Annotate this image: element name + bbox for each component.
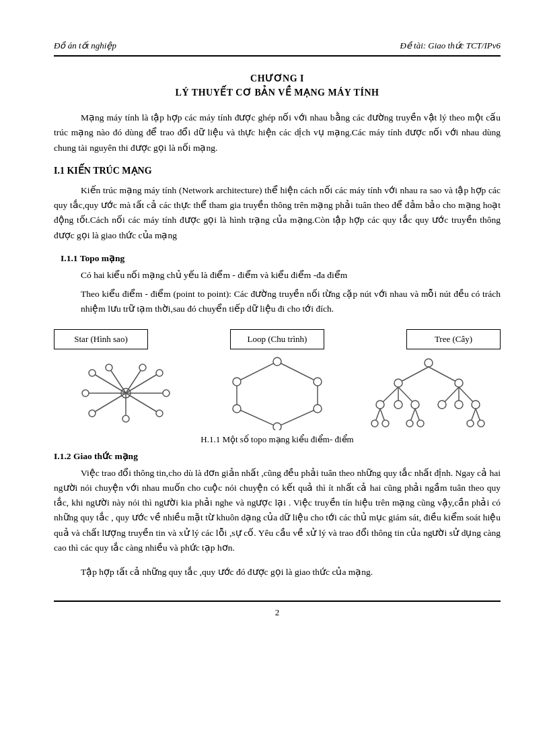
subsection1-title: I.1.1 Topo mạng <box>54 252 501 264</box>
svg-point-24 <box>233 405 241 413</box>
diagrams-caption: H.1.1 Một số topo mạng kiểu điểm- điểm <box>54 434 501 445</box>
svg-point-2 <box>89 370 96 376</box>
chapter-title-line1: CHƯƠNG I <box>54 73 501 84</box>
svg-line-1 <box>92 373 126 393</box>
diagrams-labels-row: Star (Hình sao) Loop (Chu trình) Tree (C… <box>54 329 501 349</box>
svg-point-30 <box>455 379 463 387</box>
svg-point-26 <box>425 359 433 367</box>
svg-point-16 <box>106 364 112 371</box>
diagram-label-loop: Loop (Chu trình) <box>230 329 324 349</box>
svg-point-32 <box>376 401 384 409</box>
svg-point-42 <box>472 401 480 409</box>
svg-point-48 <box>406 420 413 427</box>
svg-point-38 <box>438 401 446 409</box>
svg-point-34 <box>394 401 402 409</box>
svg-point-6 <box>82 390 89 397</box>
svg-line-17 <box>126 368 143 393</box>
diagram-label-tree: Tree (Cây) <box>406 329 501 349</box>
svg-point-10 <box>89 410 96 417</box>
header-left: Đồ án tốt nghiệp <box>54 40 116 51</box>
section1-title: I.1 KIẾN TRÚC MẠNG <box>54 165 501 176</box>
svg-point-21 <box>314 378 322 386</box>
subsection2-title: I.1.2 Giao thức mạng <box>54 450 501 462</box>
diagrams-images-row <box>54 356 501 430</box>
svg-point-40 <box>455 401 463 409</box>
svg-line-15 <box>109 368 126 393</box>
svg-point-52 <box>467 420 474 427</box>
svg-point-23 <box>273 423 281 430</box>
svg-line-27 <box>398 367 429 383</box>
tree-diagram <box>356 356 501 430</box>
diagram-label-star: Star (Hình sao) <box>54 329 148 349</box>
svg-line-3 <box>126 373 159 393</box>
svg-point-22 <box>314 405 322 413</box>
svg-point-4 <box>156 370 163 376</box>
header-right: Đề tài: Giao thức TCT/IPv6 <box>400 40 501 51</box>
page-footer: 2 <box>54 600 501 618</box>
star-diagram <box>54 359 198 427</box>
svg-line-11 <box>126 393 159 413</box>
section1-paragraph: Kiến trúc mạng máy tính (Network archite… <box>54 183 501 243</box>
svg-marker-19 <box>237 362 318 427</box>
svg-point-25 <box>233 378 241 386</box>
svg-point-28 <box>394 379 402 387</box>
loop-diagram <box>205 356 350 430</box>
svg-point-20 <box>273 357 281 366</box>
chapter-title-line2: LÝ THUYẾT CƠ BẢN VỀ MẠNG MÁY TÍNH <box>54 87 501 98</box>
subsection2-paragraph2: Tập hợp tất cả những quy tắc ,quy ước đó… <box>54 565 501 580</box>
subsection2-paragraph1: Việc trao đổi thông tin,cho dù là đơn gi… <box>54 466 501 556</box>
svg-line-9 <box>92 393 126 413</box>
page: Đồ án tốt nghiệp Đề tài: Giao thức TCT/I… <box>0 0 549 756</box>
subsection1-line2: Theo kiểu điểm - điểm (point to point): … <box>54 287 501 317</box>
svg-point-14 <box>122 415 129 422</box>
svg-line-29 <box>429 367 459 383</box>
svg-point-36 <box>411 401 419 409</box>
svg-point-18 <box>139 364 146 371</box>
svg-point-44 <box>371 420 378 427</box>
svg-point-50 <box>417 420 424 427</box>
svg-point-12 <box>156 410 163 417</box>
page-number: 2 <box>275 607 280 617</box>
intro-paragraph: Mạng máy tính là tập hợp các máy tính đư… <box>54 110 501 156</box>
svg-point-54 <box>478 420 484 427</box>
subsection1-line1: Có hai kiểu nối mạng chủ yếu là điểm - đ… <box>54 268 501 283</box>
svg-point-8 <box>163 390 170 397</box>
svg-point-46 <box>382 420 389 427</box>
page-header: Đồ án tốt nghiệp Đề tài: Giao thức TCT/I… <box>54 40 501 57</box>
